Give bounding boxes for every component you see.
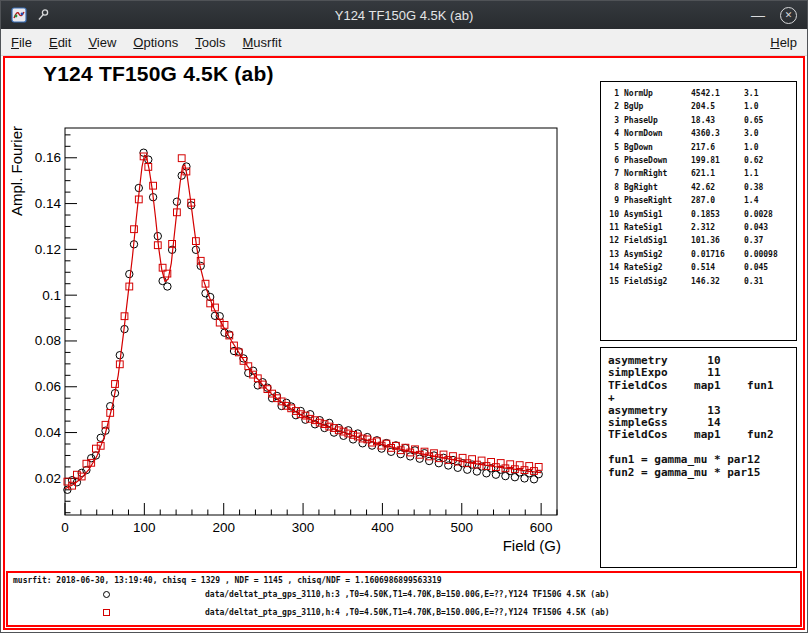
data-point-circle (116, 352, 123, 359)
y-tick-label: 0.1 (42, 288, 61, 303)
param-name: PhaseRight (624, 194, 686, 207)
minimize-icon[interactable]: — (751, 8, 765, 22)
param-n: 13 (605, 248, 619, 261)
data-point-circle (164, 283, 171, 290)
data-point-circle (511, 474, 518, 481)
menu-item-musrfit[interactable]: Musrfit (243, 35, 282, 50)
x-axis-title: Field (G) (503, 537, 561, 554)
menu-item-help[interactable]: Help (770, 35, 797, 50)
data-point-circle (183, 163, 190, 170)
param-n: 14 (605, 261, 619, 274)
y-tick-label: 0.12 (35, 242, 61, 257)
theory-text: asymmetry 10 simplExpo 11 TFieldCos map1… (608, 355, 789, 479)
param-error: 0.37 (744, 234, 792, 247)
param-n: 1 (605, 87, 619, 100)
param-name: FieldSig1 (624, 234, 686, 247)
param-n: 4 (605, 127, 619, 140)
param-value: 199.81 (691, 154, 739, 167)
x-tick-label: 300 (292, 520, 315, 535)
legend-row: data/deltat_pta_gps_3110,h:3 ,T0=4.50K,T… (8, 590, 800, 602)
param-name: NormUp (624, 87, 686, 100)
menu-item-view[interactable]: View (88, 35, 116, 50)
data-point-circle (192, 246, 199, 253)
param-row: 3PhaseUp18.430.65 (605, 114, 792, 127)
close-icon[interactable]: ✕ (780, 7, 797, 24)
menu-items: FileEditViewOptionsToolsMusrfitHelp (11, 35, 797, 50)
param-n: 3 (605, 114, 619, 127)
param-n: 5 (605, 141, 619, 154)
data-point-square (516, 462, 523, 469)
legend-label: data/deltat_pta_gps_3110,h:3 ,T0=4.50K,T… (205, 590, 610, 599)
theory-box: asymmetry 10 simplExpo 11 TFieldCos map1… (600, 347, 797, 568)
x-tick-label: 500 (451, 520, 474, 535)
menu-item-options[interactable]: Options (133, 35, 178, 50)
param-name: NormRight (624, 167, 686, 180)
parameter-list: 1NormUp4542.13.12BgUp204.51.03PhaseUp18.… (605, 87, 792, 288)
param-value: 146.32 (691, 275, 739, 288)
param-n: 10 (605, 208, 619, 221)
root-canvas: Y124 TF150G 4.5K (ab) 010020030040050060… (3, 56, 805, 630)
param-row: 1NormUp4542.13.1 (605, 87, 792, 100)
param-error: 1.0 (744, 141, 792, 154)
param-name: AsymSig1 (624, 208, 686, 221)
legend-label: data/deltat_pta_gps_3110,h:4 ,T0=4.50K,T… (205, 608, 610, 617)
fit-status-line: musrfit: 2018-06-30, 13:19:40, chisq = 1… (13, 576, 442, 585)
param-name: BgRight (624, 181, 686, 194)
param-n: 6 (605, 154, 619, 167)
param-value: 4542.1 (691, 87, 739, 100)
pin-icon[interactable] (36, 8, 50, 22)
param-row: 10AsymSig10.18530.0028 (605, 208, 792, 221)
application-window: Y124 TF150G 4.5K (ab) — ✕ FileEditViewOp… (0, 0, 808, 633)
param-name: FieldSig2 (624, 275, 686, 288)
param-name: RateSig2 (624, 261, 686, 274)
param-value: 42.62 (691, 181, 739, 194)
param-value: 18.43 (691, 114, 739, 127)
param-value: 621.1 (691, 167, 739, 180)
x-tick-label: 600 (530, 520, 553, 535)
menu-item-tools[interactable]: Tools (195, 35, 225, 50)
param-error: 3.1 (744, 87, 792, 100)
param-value: 101.36 (691, 234, 739, 247)
param-row: 12FieldSig1101.360.37 (605, 234, 792, 247)
legend-marker-circle (103, 591, 110, 598)
data-point-circle (268, 395, 275, 402)
param-n: 11 (605, 221, 619, 234)
parameter-box: 1NormUp4542.13.12BgUp204.51.03PhaseUp18.… (600, 81, 797, 341)
param-row: 6PhaseDown199.810.62 (605, 154, 792, 167)
menu-item-file[interactable]: File (11, 35, 32, 50)
param-row: 8BgRight42.620.38 (605, 181, 792, 194)
y-tick-label: 0.08 (35, 333, 61, 348)
legend-pad: musrfit: 2018-06-30, 13:19:40, chisq = 1… (6, 571, 802, 627)
y-tick-label: 0.06 (35, 379, 61, 394)
param-error: 3.0 (744, 127, 792, 140)
param-row: 9PhaseRight287.01.4 (605, 194, 792, 207)
param-error: 1.4 (744, 194, 792, 207)
menu-item-edit[interactable]: Edit (49, 35, 71, 50)
param-name: BgDown (624, 141, 686, 154)
titlebar: Y124 TF150G 4.5K (ab) — ✕ (1, 1, 807, 29)
param-n: 7 (605, 167, 619, 180)
legend-marker-square (103, 609, 110, 616)
x-tick-label: 400 (371, 520, 394, 535)
param-row: 15FieldSig2146.320.31 (605, 275, 792, 288)
param-value: 0.01716 (691, 248, 739, 261)
param-n: 12 (605, 234, 619, 247)
param-row: 11RateSig12.3120.043 (605, 221, 792, 234)
param-n: 15 (605, 275, 619, 288)
legend-row: data/deltat_pta_gps_3110,h:4 ,T0=4.50K,T… (8, 608, 800, 620)
param-value: 287.0 (691, 194, 739, 207)
param-error: 0.31 (744, 275, 792, 288)
param-name: BgUp (624, 100, 686, 113)
param-error: 0.65 (744, 114, 792, 127)
param-value: 0.1853 (691, 208, 739, 221)
param-error: 0.00098 (744, 248, 792, 261)
param-row: 4NormDown4360.33.0 (605, 127, 792, 140)
param-value: 204.5 (691, 100, 739, 113)
param-error: 0.38 (744, 181, 792, 194)
data-point-square (507, 461, 514, 468)
param-value: 217.6 (691, 141, 739, 154)
data-point-square (121, 313, 128, 320)
param-error: 0.0028 (744, 208, 792, 221)
y-tick-label: 0.14 (35, 196, 62, 211)
param-row: 14RateSig20.5140.045 (605, 261, 792, 274)
